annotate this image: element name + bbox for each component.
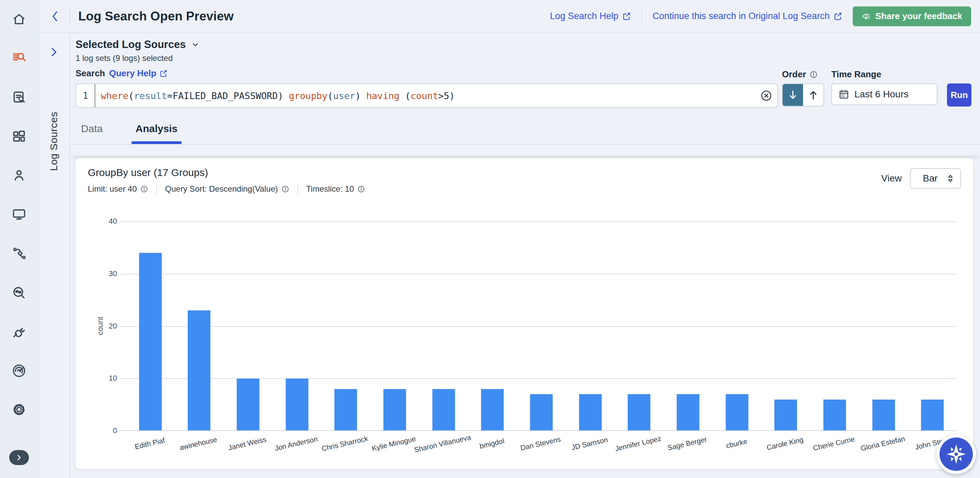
app-sidebar — [0, 0, 39, 478]
time-range-label: Time Range — [831, 69, 881, 80]
query-help-link[interactable]: Query Help — [109, 68, 168, 79]
gridline-40 — [119, 221, 957, 222]
x-tick-label: Janet Weiss — [228, 435, 267, 452]
continue-original-search-link[interactable]: Continue this search in Original Log Sea… — [652, 11, 843, 21]
select-spinner-icon — [946, 173, 955, 183]
bar-JD Samson[interactable] — [579, 394, 602, 431]
search-panel: Selected Log Sources 1 log sets (9 logs)… — [69, 32, 980, 115]
feedback-widget-badge[interactable] — [937, 434, 976, 474]
info-icon[interactable] — [357, 185, 365, 193]
limit-meta: Limit: user 40 — [88, 184, 148, 194]
time-range-value: Last 6 Hours — [854, 89, 908, 100]
order-label: Order — [782, 69, 806, 80]
analysis-card: GroupBy user (17 Groups) Limit: user 40 … — [75, 157, 974, 470]
x-tick-label: Kylie Minogue — [371, 434, 417, 453]
compass-star-icon — [940, 438, 973, 471]
bar-bmigdol[interactable] — [481, 389, 504, 431]
meta-separator — [156, 183, 157, 195]
megaphone-icon — [862, 11, 871, 21]
log-search-help-link[interactable]: Log Search Help — [550, 11, 631, 21]
tab-data[interactable]: Data — [76, 114, 108, 143]
bar-awinehouse[interactable] — [188, 310, 211, 431]
bar-Janet Weiss[interactable] — [237, 378, 259, 431]
y-tick-label: 0 — [93, 426, 117, 435]
order-descending-button[interactable] — [783, 84, 803, 106]
info-icon[interactable] — [140, 185, 148, 193]
query-sort-meta: Query Sort: Descending(Value) — [165, 184, 289, 194]
external-link-icon — [622, 11, 631, 21]
timeslice-meta: Timeslice: 10 — [306, 184, 365, 194]
info-icon[interactable] — [810, 70, 818, 79]
selected-log-sources-heading[interactable]: Selected Log Sources — [76, 38, 200, 51]
dashboards-icon[interactable] — [11, 128, 27, 144]
order-ascending-button[interactable] — [803, 84, 824, 106]
plug-icon[interactable] — [11, 324, 27, 339]
bar-Cherie Currie[interactable] — [823, 399, 846, 431]
bar-Sage Berger[interactable] — [676, 394, 700, 431]
bar-John Steel[interactable] — [921, 399, 944, 431]
clear-query-icon[interactable] — [756, 84, 777, 107]
active-tab-underline — [131, 141, 182, 144]
tab-analysis[interactable]: Analysis — [131, 114, 182, 143]
time-range-select[interactable]: Last 6 Hours — [831, 83, 937, 105]
x-tick-label: Dan Stevens — [520, 435, 562, 452]
monitor-icon[interactable] — [11, 207, 27, 222]
bar-Carole King[interactable] — [774, 399, 797, 431]
sticky-surface-shadow — [69, 144, 980, 156]
order-label-row: Order — [782, 69, 818, 80]
info-icon[interactable] — [282, 185, 289, 193]
y-tick-label: 40 — [93, 217, 117, 226]
header-divider — [69, 8, 70, 24]
meta-separator — [298, 183, 298, 195]
bar-Jon Anderson[interactable] — [285, 378, 309, 431]
bar-Edith Piaf[interactable] — [139, 253, 162, 431]
run-button[interactable]: Run — [947, 83, 972, 107]
settings-icon[interactable] — [11, 402, 27, 417]
bar-Gloria Estefan[interactable] — [872, 399, 895, 431]
view-select-value: Bar — [923, 173, 938, 184]
radar-icon[interactable] — [11, 363, 27, 379]
external-link-icon — [159, 69, 168, 78]
result-tabs: Data Analysis — [69, 114, 980, 145]
x-tick-label: Sage Berger — [667, 435, 708, 452]
share-feedback-button[interactable]: Share your feedback — [853, 6, 971, 26]
expand-log-sources-icon[interactable] — [48, 46, 60, 58]
user-icon[interactable] — [11, 167, 27, 183]
bar-cburke[interactable] — [725, 394, 749, 431]
x-tick-label: cburke — [725, 437, 748, 450]
bar-Kylie Minogue[interactable] — [383, 389, 406, 431]
log-sources-rail: Log Sources — [38, 32, 70, 478]
y-tick-label: 30 — [93, 269, 117, 278]
bar-Jennifer Lopez[interactable] — [627, 394, 651, 431]
report-search-icon[interactable] — [11, 89, 27, 105]
log-sources-rail-label[interactable]: Log Sources — [38, 76, 69, 206]
x-tick-label: awinehouse — [179, 435, 218, 452]
inspect-icon[interactable] — [11, 285, 27, 301]
header-separator — [641, 11, 642, 22]
x-tick-label: bmigdol — [479, 437, 505, 451]
expand-icon[interactable] — [9, 450, 29, 465]
query-line-number: 1 — [76, 84, 95, 107]
query-editor[interactable]: 1 where(result=FAILED_BAD_PASSWORD) grou… — [76, 83, 778, 108]
log-search-icon[interactable] — [11, 50, 27, 66]
gridline-20 — [119, 326, 957, 327]
search-label: Search — [76, 68, 105, 79]
bar-Dan Stevens[interactable] — [530, 394, 553, 431]
x-tick-label: Jennifer Lopez — [614, 434, 662, 453]
pipeline-icon[interactable] — [11, 246, 27, 261]
x-tick-label: Chris Sharrock — [321, 434, 369, 453]
x-tick-label: Edith Piaf — [134, 436, 166, 451]
x-tick-label: Sharon Villanueva — [414, 433, 472, 454]
bar-chart-plot: 010203040Edith PiafawinehouseJanet Weiss… — [126, 221, 957, 431]
view-select[interactable]: Bar — [910, 168, 961, 189]
y-tick-label: 10 — [93, 374, 117, 383]
bar-Sharon Villanueva[interactable] — [432, 389, 455, 431]
page-title: Log Search Open Preview — [78, 0, 234, 32]
home-icon[interactable] — [11, 11, 27, 27]
order-toggle — [782, 83, 824, 107]
x-tick-label: Jon Anderson — [274, 435, 318, 453]
bar-Chris Sharrock[interactable] — [334, 389, 357, 431]
back-button[interactable] — [48, 8, 63, 24]
calendar-icon — [838, 89, 850, 100]
query-code[interactable]: where(result=FAILED_BAD_PASSWORD) groupb… — [95, 84, 756, 107]
